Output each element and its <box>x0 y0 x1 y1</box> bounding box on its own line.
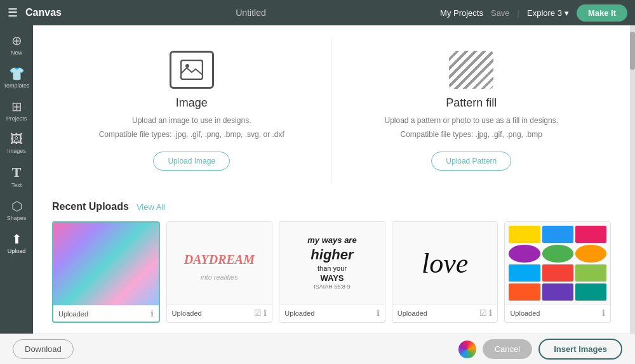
insert-images-button[interactable]: Insert Images <box>538 339 622 360</box>
thumbnail-1[interactable]: Uploaded ℹ <box>52 221 160 323</box>
pattern-option-title: Pattern fill <box>446 96 497 110</box>
pattern-upload-option: Pattern fill Upload a pattern or photo t… <box>331 38 612 183</box>
cancel-button[interactable]: Cancel <box>483 339 532 359</box>
sidebar-item-upload[interactable]: ⬆ Upload <box>0 228 33 258</box>
recent-title: Recent Uploads <box>52 201 129 212</box>
bottom-bar: Download Cancel Insert Images <box>0 334 635 364</box>
thumb-icons-5: ℹ <box>602 308 605 318</box>
menu-icon[interactable]: ☰ <box>8 6 18 20</box>
thumb-icons-3: ℹ <box>377 308 380 318</box>
image-option-desc1: Upload an image to use in designs. <box>132 115 251 126</box>
sidebar: ⊕ New 👕 Templates ⊞ Projects 🖼 Images T … <box>0 25 33 334</box>
thumb-image-1 <box>53 223 159 305</box>
thumb-info-1: ℹ <box>150 309 154 318</box>
svg-point-1 <box>185 64 189 68</box>
upload-pattern-button[interactable]: Upload Pattern <box>431 152 511 171</box>
upload-icon: ⬆ <box>11 231 22 247</box>
thumb-label-4: Uploaded <box>398 309 427 317</box>
sidebar-item-new[interactable]: ⊕ New <box>0 29 33 60</box>
thumb-label-5: Uploaded <box>510 309 540 317</box>
download-button[interactable]: Download <box>13 339 74 359</box>
pattern-option-desc1: Upload a pattern or photo to use as a fi… <box>384 115 558 126</box>
upload-image-button[interactable]: Upload Image <box>153 152 230 171</box>
sidebar-item-templates[interactable]: 👕 Templates <box>0 62 33 93</box>
thumb-label-1: Uploaded <box>58 310 88 318</box>
images-icon: 🖼 <box>10 132 23 146</box>
my-projects-link[interactable]: My Projects <box>440 8 483 18</box>
thumb-label-3: Uploaded <box>284 309 314 317</box>
thumb-image-4: love <box>392 222 498 304</box>
recent-uploads-section: Recent Uploads View All Uploaded ℹ <box>52 201 611 323</box>
pattern-icon <box>449 51 493 89</box>
main-content: Image Upload an image to use in designs.… <box>33 25 630 334</box>
sidebar-item-images[interactable]: 🖼 Images <box>0 128 33 158</box>
pattern-option-desc2: Compatible file types: .jpg, .gif, .png,… <box>401 129 542 140</box>
make-it-button[interactable]: Make It <box>577 4 627 22</box>
app-logo: Canvas <box>25 7 62 18</box>
document-title[interactable]: Untitled <box>236 8 265 18</box>
save-link[interactable]: Save <box>491 8 510 18</box>
sidebar-item-text[interactable]: T Text <box>0 160 33 192</box>
image-option-desc2: Compatible file types: .jpg, .gif, .png,… <box>99 129 284 140</box>
view-all-link[interactable]: View All <box>137 202 165 212</box>
thumb-icons-4: ☑ ℹ <box>479 308 493 318</box>
image-option-title: Image <box>176 96 208 110</box>
shapes-icon: ⬡ <box>11 198 22 214</box>
thumb-image-3: my ways are higher than your WAYS ISAIAH… <box>279 222 385 304</box>
header: ☰ Canvas Untitled My Projects Save | Exp… <box>0 0 635 25</box>
thumb-icons-2: ☑ ℹ <box>254 308 267 318</box>
thumbnails-grid: Uploaded ℹ DAYDREAM into realities Uploa… <box>52 221 611 323</box>
recent-header: Recent Uploads View All <box>52 201 611 212</box>
projects-icon: ⊞ <box>11 99 22 114</box>
sidebar-item-projects[interactable]: ⊞ Projects <box>0 95 33 126</box>
text-icon: T <box>12 164 22 181</box>
thumb-label-2: Uploaded <box>172 309 202 317</box>
sidebar-item-shapes[interactable]: ⬡ Shapes <box>0 195 33 225</box>
templates-icon: 👕 <box>9 66 25 81</box>
image-upload-option: Image Upload an image to use in designs.… <box>52 38 331 183</box>
chevron-down-icon: ▾ <box>565 8 569 18</box>
thumbnail-3[interactable]: my ways are higher than your WAYS ISAIAH… <box>279 221 385 323</box>
thumb-image-2: DAYDREAM into realities <box>167 222 272 304</box>
upload-options-section: Image Upload an image to use in designs.… <box>52 38 611 183</box>
image-icon <box>170 51 214 89</box>
explore-dropdown[interactable]: Explore 3 ▾ <box>527 8 569 18</box>
thumbnail-5[interactable]: Uploaded ℹ <box>504 221 611 323</box>
color-picker-button[interactable] <box>458 341 476 358</box>
new-icon: ⊕ <box>11 33 22 48</box>
thumbnail-4[interactable]: love Uploaded ☑ ℹ <box>392 221 498 323</box>
thumb-image-5 <box>505 222 610 304</box>
thumbnail-2[interactable]: DAYDREAM into realities Uploaded ☑ ℹ <box>166 221 273 323</box>
scrollbar[interactable] <box>630 25 635 334</box>
